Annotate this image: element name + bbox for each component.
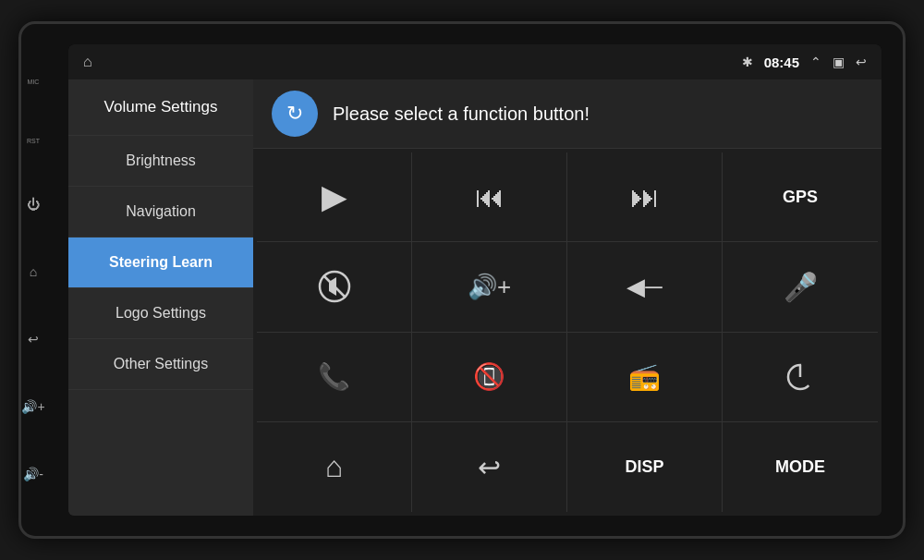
func-power[interactable] [723,333,878,422]
panel-title: Please select a function button! [333,103,590,125]
menu-item-navigation[interactable]: Navigation [68,187,253,237]
play-icon: ▶ [322,177,347,216]
back-func-icon: ↩ [478,451,501,483]
menu-item-logo[interactable]: Logo Settings [68,288,253,339]
status-bar-left: ⌂ [83,54,92,70]
func-next[interactable]: ⏭ [567,152,723,242]
func-disp[interactable]: DISP [567,422,723,512]
prev-icon: ⏮ [475,180,505,214]
func-mute[interactable] [257,242,412,332]
func-home[interactable]: ⌂ [257,422,412,512]
func-mic[interactable]: 🎤 [723,242,878,332]
menu-icon[interactable]: ▣ [833,55,845,69]
back-side-btn[interactable]: ↩ [28,332,39,347]
mic-label: MIC [28,79,40,85]
home-side-btn[interactable]: ⌂ [30,264,37,279]
next-icon: ⏭ [630,180,660,214]
func-mode[interactable]: MODE [723,422,878,512]
bluetooth-icon: ✱ [742,55,753,69]
panel-header: ↻ Please select a function button! [253,79,881,149]
refresh-button[interactable]: ↻ [272,91,318,137]
menu-item-volume[interactable]: Volume Settings [68,79,253,136]
rst-label: RST [27,138,40,144]
device-bezel: MIC RST ⏻ ⌂ ↩ 🔊+ 🔊- ⌂ ✱ 08:45 ⌃ ▣ ↩ Vo [18,21,906,539]
func-gps[interactable]: GPS [723,152,878,242]
hangup-icon: 📵 [473,361,505,392]
power-icon [784,361,816,393]
menu-item-steering[interactable]: Steering Learn [68,237,253,288]
gps-text: GPS [783,188,818,207]
func-play[interactable]: ▶ [257,152,412,242]
func-prev[interactable]: ⏮ [412,152,567,242]
mic-func-icon: 🎤 [784,271,818,303]
func-hangup[interactable]: 📵 [412,333,567,422]
status-home-icon[interactable]: ⌂ [83,54,92,70]
refresh-icon: ↻ [286,102,303,126]
status-time: 08:45 [764,55,799,70]
power-side-btn[interactable]: ⏻ [27,197,40,212]
svg-marker-2 [329,277,336,296]
status-bar: ⌂ ✱ 08:45 ⌃ ▣ ↩ [68,44,881,79]
main-content: Volume Settings Brightness Navigation St… [68,79,881,516]
call-icon: 📞 [318,361,350,392]
status-bar-right: ✱ 08:45 ⌃ ▣ ↩ [742,55,867,70]
function-grid: ▶ ⏮ ⏭ GPS [253,149,881,516]
radio-icon: 📻 [628,361,661,392]
vol-up-side-btn[interactable]: 🔊+ [21,399,44,414]
expand-icon: ⌃ [810,55,821,69]
mode-text: MODE [775,457,825,477]
vol-up-icon: 🔊+ [468,273,511,301]
right-panel: ↻ Please select a function button! ▶ ⏮ ⏭ [253,79,881,516]
no-sound-icon [318,270,351,303]
vol-down-side-btn[interactable]: 🔊- [23,467,43,481]
func-radio[interactable]: 📻 [567,333,723,422]
menu-item-other[interactable]: Other Settings [68,339,253,390]
vol-down-icon: ◀─ [626,273,662,301]
func-vol-down[interactable]: ◀─ [567,242,723,332]
func-vol-up[interactable]: 🔊+ [412,242,567,332]
side-controls: MIC RST ⏻ ⌂ ↩ 🔊+ 🔊- [19,24,47,536]
menu-item-brightness[interactable]: Brightness [68,136,253,187]
screen: ⌂ ✱ 08:45 ⌃ ▣ ↩ Volume Settings Brightne… [68,44,881,516]
back-status-icon[interactable]: ↩ [856,55,867,69]
left-menu: Volume Settings Brightness Navigation St… [68,79,253,516]
func-call[interactable]: 📞 [257,333,412,422]
home-func-icon: ⌂ [325,450,343,484]
func-back[interactable]: ↩ [412,422,567,512]
disp-text: DISP [625,457,663,477]
